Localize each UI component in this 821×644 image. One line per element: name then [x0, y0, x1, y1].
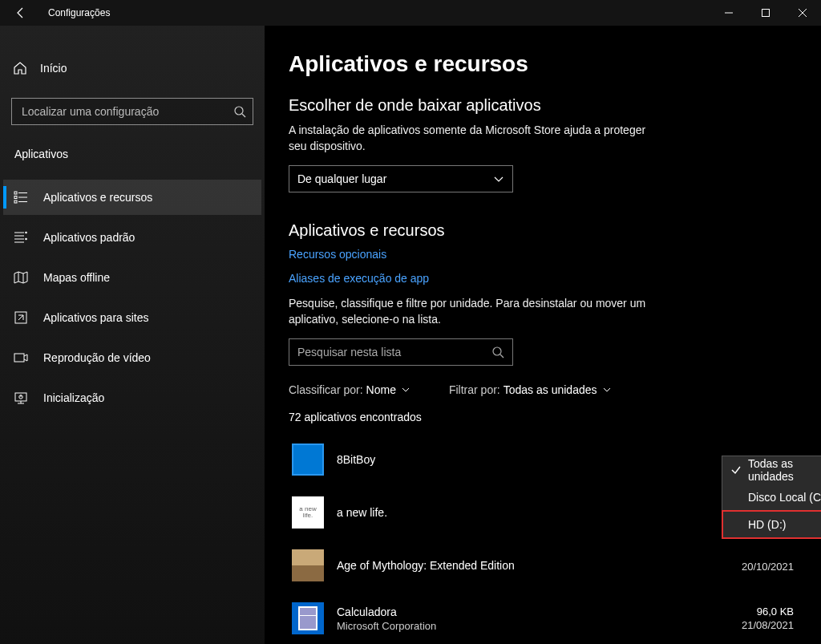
app-publisher: Microsoft Corporation: [337, 620, 742, 632]
defaults-icon: [13, 229, 29, 245]
filter-label: Filtrar por:: [449, 383, 500, 396]
app-name: Calculadora: [337, 606, 742, 618]
app-row[interactable]: a new life. a new life. 19/10/2021: [289, 486, 797, 539]
app-name: Age of Mythology: Extended Edition: [337, 559, 742, 572]
filter-value: Todas as unidades: [504, 383, 597, 396]
sidebar: Início Aplicativos Aplicativos e recurso…: [0, 26, 265, 644]
nav-apps-features[interactable]: Aplicativos e recursos: [3, 180, 261, 215]
nav-default-apps[interactable]: Aplicativos padrão: [3, 220, 261, 255]
sort-by[interactable]: Classificar por: Nome: [289, 383, 410, 396]
list-desc: Pesquise, classifique e filtre por unida…: [289, 296, 657, 327]
sort-value: Nome: [366, 383, 396, 396]
maximize-button[interactable]: [747, 0, 784, 26]
app-row[interactable]: 8BitBoy 0/10/2021: [289, 433, 797, 486]
back-button[interactable]: [6, 0, 35, 26]
dropdown-item-d[interactable]: HD (D:): [722, 511, 821, 538]
app-count: 72 aplicativos encontrados: [289, 411, 797, 423]
search-icon: [491, 346, 504, 358]
nav-video-playback[interactable]: Reprodução de vídeo: [3, 340, 261, 375]
chevron-down-icon: [493, 173, 504, 184]
video-icon: [13, 350, 29, 366]
sort-label: Classificar por:: [289, 383, 363, 396]
section-label: Aplicativos: [3, 140, 261, 173]
app-aliases-link[interactable]: Aliases de execução de app: [289, 272, 797, 285]
home-label: Início: [40, 62, 67, 75]
nav-label: Mapas offline: [43, 271, 110, 284]
app-list: 8BitBoy 0/10/2021 a new life. a new life…: [289, 433, 797, 644]
map-icon: [13, 269, 29, 286]
app-list-search[interactable]: [289, 338, 513, 366]
chevron-down-icon: [602, 385, 612, 395]
app-icon: [292, 549, 324, 581]
section-choose-source: Escolher de onde baixar aplicativos: [289, 96, 797, 115]
app-list-search-input[interactable]: [297, 346, 491, 358]
dropdown-item-c[interactable]: Disco Local (C:): [722, 484, 821, 511]
svg-line-3: [242, 114, 245, 117]
home-nav[interactable]: Início: [3, 53, 261, 83]
app-name: 8BitBoy: [337, 453, 747, 466]
select-value: De qualquer lugar: [297, 172, 493, 185]
close-button[interactable]: [784, 0, 821, 26]
svg-line-24: [500, 354, 504, 358]
dropdown-label: Disco Local (C:): [748, 491, 821, 504]
app-date: 20/10/2021: [742, 561, 794, 573]
app-name: a new life.: [337, 506, 742, 519]
dropdown-label: Todas as unidades: [748, 457, 821, 483]
nav-label: Reprodução de vídeo: [43, 351, 151, 364]
nav-offline-maps[interactable]: Mapas offline: [3, 260, 261, 295]
home-icon: [13, 61, 27, 75]
app-size: 96,0 KB: [742, 606, 794, 618]
app-icon: [292, 444, 324, 476]
settings-search[interactable]: [11, 98, 253, 125]
nav-label: Inicialização: [43, 391, 104, 404]
app-icon: [292, 602, 324, 634]
page-title: Aplicativos e recursos: [289, 51, 797, 77]
nav-label: Aplicativos e recursos: [43, 191, 152, 204]
optional-features-link[interactable]: Recursos opcionais: [289, 248, 797, 261]
svg-rect-4: [14, 192, 17, 194]
svg-rect-17: [14, 354, 24, 362]
section-apps-features: Aplicativos e recursos: [289, 221, 797, 240]
nav-apps-websites[interactable]: Aplicativos para sites: [3, 300, 261, 335]
dropdown-label: HD (D:): [748, 518, 786, 531]
app-row[interactable]: Age of Mythology: Extended Edition 20/10…: [289, 539, 797, 592]
app-date: 21/08/2021: [742, 619, 794, 631]
app-row[interactable]: Calculadora Microsoft Corporation 96,0 K…: [289, 592, 797, 644]
dropdown-item-all[interactable]: Todas as unidades: [722, 456, 821, 484]
section-desc: A instalação de aplicativos somente da M…: [289, 123, 657, 154]
install-source-select[interactable]: De qualquer lugar: [289, 165, 513, 192]
apps-list-icon: [13, 189, 29, 205]
svg-rect-8: [14, 200, 17, 203]
window-title: Configurações: [48, 7, 110, 18]
search-icon: [233, 105, 246, 118]
main-content: Aplicativos e recursos Escolher de onde …: [265, 26, 821, 644]
svg-point-14: [25, 232, 27, 234]
startup-icon: [13, 390, 29, 406]
app-icon: a new life.: [292, 496, 324, 529]
filter-dropdown: Todas as unidades Disco Local (C:) HD (D…: [722, 456, 821, 539]
nav-label: Aplicativos para sites: [43, 311, 149, 324]
chevron-down-icon: [401, 385, 410, 395]
svg-point-2: [235, 107, 243, 115]
minimize-button[interactable]: [710, 0, 747, 26]
nav-startup[interactable]: Inicialização: [3, 380, 261, 415]
nav-label: Aplicativos padrão: [43, 231, 135, 244]
check-icon: [730, 464, 742, 476]
svg-rect-6: [14, 196, 17, 199]
svg-point-15: [25, 238, 27, 241]
open-with-icon: [13, 310, 29, 326]
filter-by[interactable]: Filtrar por: Todas as unidades: [449, 383, 612, 396]
svg-point-23: [493, 347, 501, 355]
titlebar: Configurações: [0, 0, 821, 26]
svg-rect-1: [762, 10, 770, 17]
settings-search-input[interactable]: [22, 105, 233, 118]
